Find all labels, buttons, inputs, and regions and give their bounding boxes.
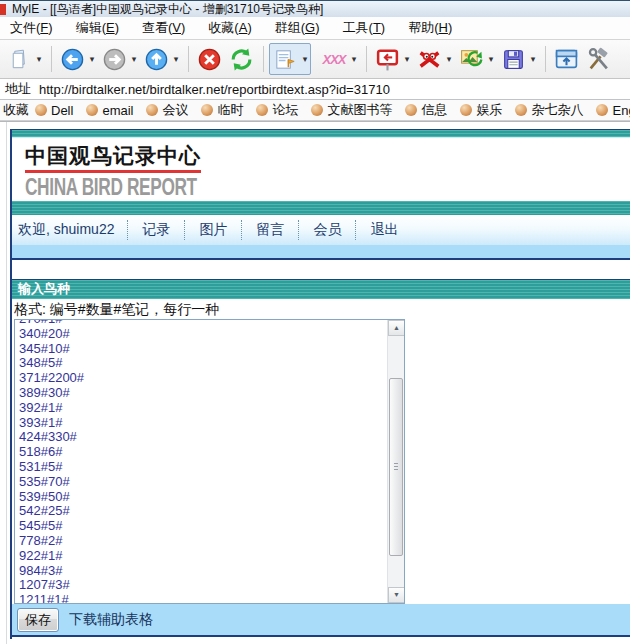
textarea-scrollbar[interactable]: ▲ ▼	[387, 320, 404, 603]
toolbar-separator	[545, 46, 546, 72]
tools-button[interactable]	[583, 44, 613, 74]
save-page-dropdown-icon[interactable]: ▾	[528, 54, 538, 64]
back-button[interactable]	[57, 44, 87, 74]
toolbar-separator	[51, 46, 52, 72]
refresh-images-button[interactable]	[456, 44, 486, 74]
favorite-sphere-icon	[311, 104, 323, 116]
stop-button[interactable]	[194, 44, 224, 74]
favorites-label: 收藏	[0, 101, 35, 119]
up-button[interactable]	[141, 44, 171, 74]
section-header: 输入鸟种	[12, 279, 630, 299]
form-footer: 保存 下载辅助表格	[12, 604, 630, 637]
address-input[interactable]	[39, 82, 630, 97]
site-header: 中国观鸟记录中心 CHINA BIRD REPORT	[12, 129, 630, 215]
new-page-dropdown-icon[interactable]: ▾	[34, 54, 44, 64]
favorite-item-eng[interactable]: Eng	[596, 103, 630, 118]
page-notes-button[interactable]	[270, 44, 300, 74]
window-title: MyIE - [[鸟语者]中国观鸟记录中心 - 增删31710号记录鸟种]	[12, 1, 323, 18]
save-page-button[interactable]	[498, 44, 528, 74]
menu-help[interactable]: 帮助(H)	[400, 19, 460, 37]
kill-popup-dropdown-icon[interactable]: ▾	[349, 54, 359, 64]
menu-edit[interactable]: 编辑(E)	[68, 19, 127, 37]
menu-bar: 文件(F) 编辑(E) 查看(V) 收藏(A) 群组(G) 工具(T) 帮助(H…	[0, 17, 630, 40]
site-title-cn: 中国观鸟记录中心	[25, 138, 630, 169]
scroll-up-icon[interactable]: ▲	[388, 320, 405, 336]
forward-dropdown-icon[interactable]: ▾	[129, 54, 139, 64]
favorite-sphere-icon	[146, 104, 158, 116]
scroll-thumb[interactable]	[389, 378, 403, 556]
favorite-item-info[interactable]: 信息	[405, 101, 447, 119]
toolbar-separator	[188, 46, 189, 72]
forward-button[interactable]	[99, 44, 129, 74]
refresh-button[interactable]	[226, 44, 256, 74]
welcome-text: 欢迎, shuimu22	[12, 221, 127, 239]
block-redirect-dropdown-icon[interactable]: ▾	[402, 54, 412, 64]
favorite-sphere-icon	[460, 104, 472, 116]
favorite-sphere-icon	[35, 104, 47, 116]
bird-entries-textarea[interactable]: 270#1# 340#20# 345#10# 348#5# 371#2200# …	[14, 319, 405, 604]
header-teal-top	[12, 129, 630, 138]
favorite-sphere-icon	[515, 104, 527, 116]
toolbar: ▾ ▾ ▾ ▾ ▾ XXX ▾	[0, 40, 630, 79]
browser-viewport: 中国观鸟记录中心 CHINA BIRD REPORT 欢迎, shuimu22 …	[0, 121, 630, 644]
nav-substrip	[12, 245, 630, 260]
site-title-en: CHINA BIRD REPORT	[25, 175, 461, 199]
app-icon	[0, 4, 6, 15]
back-dropdown-icon[interactable]: ▾	[87, 54, 97, 64]
site-logo: 中国观鸟记录中心 CHINA BIRD REPORT	[12, 138, 630, 201]
menu-view[interactable]: 查看(V)	[134, 19, 193, 37]
bird-entries-text: 270#1# 340#20# 345#10# 348#5# 371#2200# …	[19, 319, 385, 604]
kill-popup-button[interactable]: XXX	[319, 44, 349, 74]
nav-link-members[interactable]: 会员	[298, 220, 355, 240]
favorite-sphere-icon	[256, 104, 268, 116]
up-dropdown-icon[interactable]: ▾	[171, 54, 181, 64]
header-teal-bottom	[12, 201, 630, 215]
nav-link-logout[interactable]: 退出	[355, 220, 412, 240]
float-window-button[interactable]	[551, 44, 581, 74]
menu-file[interactable]: 文件(F)	[2, 19, 61, 37]
block-images-button[interactable]	[414, 44, 444, 74]
favorite-sphere-icon	[596, 104, 608, 116]
favorite-item-misc[interactable]: 杂七杂八	[515, 101, 583, 119]
favorite-item-documents[interactable]: 文献图书等	[311, 101, 392, 119]
menu-tools[interactable]: 工具(T)	[335, 19, 394, 37]
block-redirect-button[interactable]	[372, 44, 402, 74]
favorite-item-entertainment[interactable]: 娱乐	[460, 101, 502, 119]
format-hint: 格式: 编号#数量#笔记，每行一种	[14, 301, 219, 319]
toolbar-separator	[366, 46, 367, 72]
favorite-item-temp[interactable]: 临时	[201, 101, 243, 119]
toolbar-separator	[263, 46, 264, 72]
scroll-down-icon[interactable]: ▼	[388, 587, 405, 603]
window-titlebar: MyIE - [[鸟语者]中国观鸟记录中心 - 增删31710号记录鸟种]	[0, 0, 630, 17]
nav-link-records[interactable]: 记录	[127, 220, 184, 240]
refresh-images-dropdown-icon[interactable]: ▾	[486, 54, 496, 64]
address-label: 地址	[0, 80, 39, 98]
favorite-item-forum[interactable]: 论坛	[256, 101, 298, 119]
menu-groups[interactable]: 群组(G)	[267, 19, 328, 37]
favorites-bar: 收藏 Dell email 会议 临时 论坛 文献图书等 信息 娱乐 杂七杂八 …	[0, 100, 630, 121]
address-bar: 地址	[0, 79, 630, 100]
favorite-sphere-icon	[201, 104, 213, 116]
download-helper-link[interactable]: 下载辅助表格	[69, 611, 153, 629]
section-title: 输入鸟种	[18, 281, 70, 296]
nav-link-pictures[interactable]: 图片	[184, 220, 241, 240]
save-button[interactable]: 保存	[17, 608, 59, 632]
new-page-button[interactable]	[4, 44, 34, 74]
block-images-dropdown-icon[interactable]: ▾	[444, 54, 454, 64]
favorite-item-email[interactable]: email	[86, 103, 133, 118]
favorite-item-dell[interactable]: Dell	[35, 103, 73, 118]
favorite-sphere-icon	[405, 104, 417, 116]
favorite-sphere-icon	[86, 104, 98, 116]
favorite-item-meeting[interactable]: 会议	[146, 101, 188, 119]
viewport-edge	[6, 122, 7, 644]
page-notes-dropdown-icon[interactable]: ▾	[300, 54, 310, 64]
site-nav: 欢迎, shuimu22 记录 图片 留言 会员 退出	[12, 215, 630, 245]
nav-link-messages[interactable]: 留言	[241, 220, 298, 240]
menu-favorites[interactable]: 收藏(A)	[200, 19, 259, 37]
